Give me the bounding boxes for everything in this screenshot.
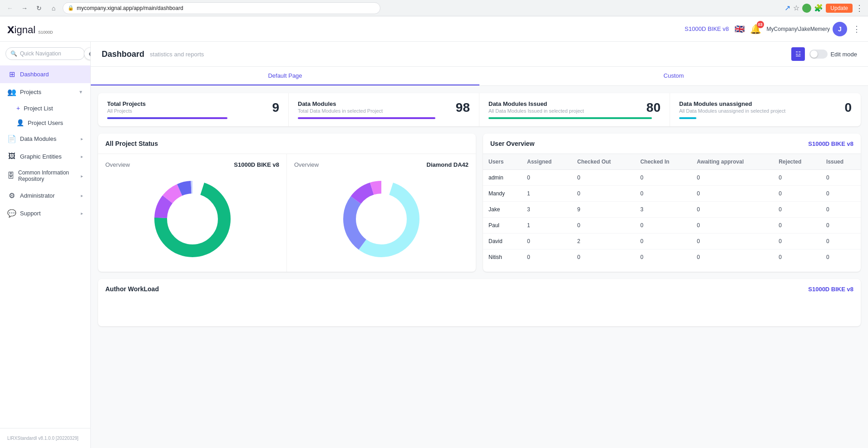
edit-mode-label: Edit mode [830,51,857,58]
author-workload-title: Author WorkLoad [105,285,159,293]
user-overview-panel: User Overview S1000D BIKE v8 Users Assig… [483,134,861,272]
selected-project-label[interactable]: S1000D BIKE v8 [685,25,729,32]
author-workload-content [98,299,861,326]
sidebar-item-projects[interactable]: 👥 Projects ▼ [0,83,90,101]
sidebar-item-data-modules[interactable]: 📄 Data Modules ▸ [0,130,90,148]
update-button[interactable]: Update [826,4,853,13]
stat-bar [298,117,435,119]
back-button[interactable]: ← [5,3,15,14]
svg-point-11 [358,195,405,243]
stat-sublabel: Total Data Modules in selected Project [298,108,470,114]
plus-icon: + [16,105,20,112]
url-text: mycompany.xignal.app/app/main/dashboard [77,5,183,11]
logo-s1000d: S1000D [38,30,53,35]
col-rejected: Rejected [773,154,821,170]
toggle-knob [810,50,818,58]
address-bar[interactable]: 🔒 mycompany.xignal.app/app/main/dashboar… [63,2,380,14]
cell-awaiting: 0 [691,249,773,265]
sidebar-item-label: Administrator [20,192,55,199]
sidebar-item-support[interactable]: 💬 Support ▸ [0,204,90,222]
refresh-button[interactable]: ↻ [34,3,44,14]
graphic-entities-icon: 🖼 [7,152,16,160]
stat-label: Total Projects [107,100,279,107]
cell-rejected: 0 [773,218,821,234]
topbar-more-icon[interactable]: ⋮ [853,24,861,34]
chart-label-2: Overview [294,161,319,168]
page-content: Dashboard statistics and reports ☳ Edit … [91,42,868,448]
filter-button[interactable]: ☳ [791,47,805,61]
chevron-right-icon: ▸ [81,193,83,198]
sidebar-item-project-list[interactable]: + Project List [0,101,90,115]
search-icon: 🔍 [10,50,17,57]
col-awaiting: Awaiting approval [691,154,773,170]
stats-row: Total Projects All Projects 9 Data Modul… [98,93,861,126]
dashboard-icon: ⊞ [7,70,16,79]
stat-bar [679,117,696,119]
cell-checked-in: 0 [635,218,691,234]
chart-panel-2: Overview Diamond DA42 [287,154,476,272]
sidebar-item-administrator[interactable]: ⚙ Administrator ▸ [0,187,90,204]
chevron-right-icon: ▸ [81,154,83,159]
user-info: MyCompany\JakeMemery J [767,22,847,36]
user-avatar[interactable]: J [833,22,847,36]
sidebar-item-graphic-entities[interactable]: 🖼 Graphic Entities ▸ [0,148,90,165]
chevron-right-icon: ▸ [81,136,83,141]
flag-icon: 🇬🇧 [735,24,745,34]
cell-assigned: 3 [522,202,572,218]
cell-awaiting: 0 [691,202,773,218]
tab-default-page[interactable]: Default Page [91,67,479,85]
sidebar-item-label: Graphic Entities [20,153,62,160]
projects-icon: 👥 [7,88,16,96]
notification-bell[interactable]: 🔔 03 [750,24,761,35]
cell-assigned: 1 [522,186,572,202]
sidebar-item-project-users[interactable]: 👤 Project Users [0,115,90,130]
donut-chart-2 [336,174,427,264]
stat-label: Data Modules unassigned [679,100,852,107]
col-users: Users [483,154,522,170]
stat-value: 0 [844,100,852,115]
user-icon: 👤 [16,119,24,126]
cell-user: David [483,234,522,249]
cell-assigned: 1 [522,218,572,234]
browser-actions: ↗ ☆ 🧩 Update ⋮ [784,3,863,13]
bookmark-icon[interactable]: ☆ [793,4,799,12]
cell-assigned: 0 [522,170,572,186]
stat-dm-issued: Data Modules Issued All Data Modules Iss… [479,93,670,126]
puzzle-icon[interactable]: 🧩 [814,4,823,12]
user-company: MyCompany\JakeMemery [767,26,830,32]
stat-sublabel: All Data Modules unassigned in selected … [679,108,852,114]
cell-checked-out: 0 [572,249,635,265]
stat-value: 9 [272,100,279,115]
cell-checked-out: 2 [572,234,635,249]
notification-count: 03 [757,21,764,28]
more-options-icon[interactable]: ⋮ [855,3,863,13]
cell-checked-out: 0 [572,170,635,186]
share-icon[interactable]: ↗ [784,4,790,12]
sub-nav-label: Project List [24,105,53,112]
topbar-right: S1000D BIKE v8 🇬🇧 🔔 03 MyCompany\JakeMem… [685,22,861,36]
chevron-down-icon: ▼ [79,90,83,95]
sidebar-toggle-button[interactable]: ❮ [84,47,91,60]
cell-rejected: 0 [773,202,821,218]
forward-button[interactable]: → [19,3,30,14]
lock-icon: 🔒 [68,5,74,11]
home-button[interactable]: ⌂ [48,3,59,14]
extension-icon[interactable] [802,4,811,13]
svg-point-5 [169,195,216,243]
sub-nav-label: Project Users [28,119,63,126]
sidebar-item-common-info[interactable]: 🗄 Common Information Repository ▸ [0,165,90,187]
all-project-status-title: All Project Status [105,140,158,147]
logo-ignal: ignal [15,24,35,36]
user-table-header: Users Assigned Checked Out Checked In Aw… [483,154,861,170]
sidebar-item-dashboard[interactable]: ⊞ Dashboard [0,65,90,83]
chart-project-2: Diamond DA42 [427,161,469,168]
stat-bar [488,117,652,119]
col-checked-in: Checked In [635,154,691,170]
edit-mode-toggle[interactable] [809,50,828,59]
quick-nav-search[interactable]: 🔍 Quick Navigation [5,47,85,60]
sidebar-item-label: Projects [20,89,41,95]
cell-checked-out: 0 [572,218,635,234]
tab-custom[interactable]: Custom [479,67,868,85]
cell-issued: 0 [821,170,861,186]
sidebar-item-label: Dashboard [20,71,49,78]
